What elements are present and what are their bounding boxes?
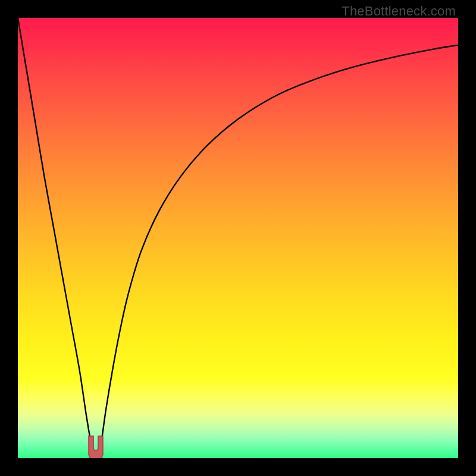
plot-frame xyxy=(18,18,458,458)
heat-gradient-background xyxy=(18,18,458,458)
plot-area xyxy=(18,18,458,458)
watermark-label: TheBottleneck.com xyxy=(342,4,456,19)
